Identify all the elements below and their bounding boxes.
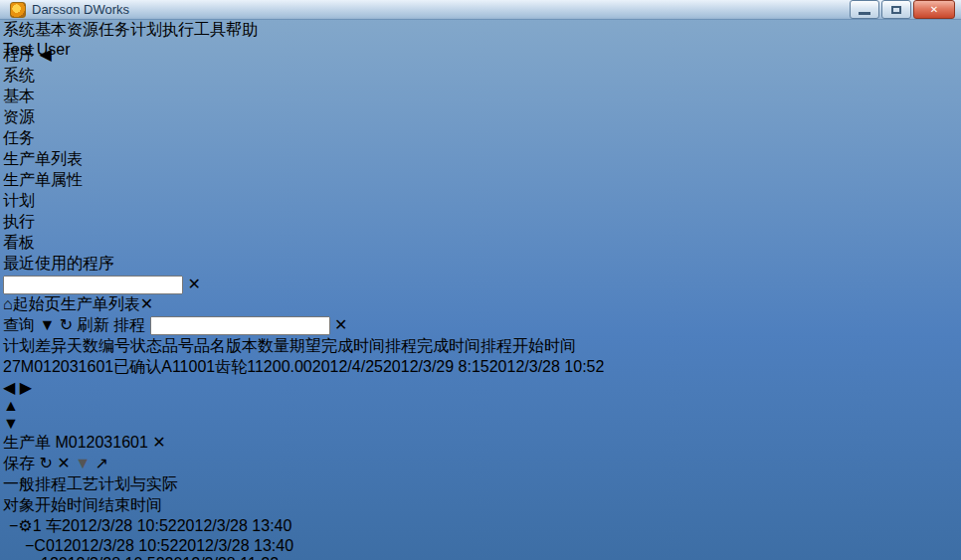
sidebar-item-看板[interactable]: 看板 (3, 233, 954, 254)
table-row[interactable]: 27M012031601已确认A11001齿轮11200.002012/4/25… (3, 357, 954, 378)
sidebar-item-生产单列表[interactable]: 生产单列表 (3, 149, 954, 170)
sidebar-collapse-button[interactable]: ◀ (39, 46, 51, 63)
cell-end-time: 2012/3/28 13:40 (178, 537, 293, 554)
tab-起始页[interactable]: ⌂起始页 (3, 294, 61, 315)
order-doc-tab-label: 生产单 M012031601 (3, 434, 148, 451)
table-row[interactable]: 12012/3/28 10:522012/3/28 11:22 (3, 555, 954, 560)
sidebar-search-clear-icon[interactable]: ✕ (187, 276, 200, 292)
sidebar-item-生产单属性[interactable]: 生产单属性 (3, 170, 954, 191)
grid-vscrollbar[interactable]: ▲ ▼ (3, 397, 19, 433)
save-button[interactable]: 保存 (3, 455, 39, 471)
tab-label: 起始页 (13, 295, 61, 312)
grid-hscrollbar[interactable]: ◀ ▶ (3, 378, 954, 397)
close-icon[interactable]: ✕ (152, 434, 165, 451)
scroll-up-icon[interactable]: ▲ (3, 397, 19, 414)
column-header-编号[interactable]: 编号 (98, 337, 130, 354)
cell-状态[interactable]: 已确认 (113, 358, 161, 375)
sidebar-item-资源[interactable]: 资源 (3, 107, 954, 128)
sidebar-item-label: 看板 (3, 234, 35, 251)
open-new-window-icon[interactable]: ↗ (95, 455, 107, 471)
menu-item-工具[interactable]: 工具 (194, 20, 226, 41)
cell-start-time: 2012/3/28 10:52 (50, 555, 165, 560)
filter-input[interactable] (150, 316, 330, 335)
menu-item-帮助[interactable]: 帮助 (226, 20, 258, 41)
tree-collapse-icon[interactable]: − (25, 537, 34, 554)
validate-button[interactable]: ✕ ▼ (57, 455, 95, 471)
scroll-down-icon[interactable]: ▼ (3, 415, 19, 432)
scroll-left-icon[interactable]: ◀ (3, 379, 15, 396)
sidebar-item-label: 生产单属性 (3, 171, 83, 188)
sidebar-item-label: 执行 (3, 213, 35, 230)
menu-item-系统[interactable]: 系统 (3, 20, 35, 41)
tree-collapse-icon[interactable]: − (9, 517, 18, 534)
tab-计划与实际[interactable]: 计划与实际 (98, 475, 178, 492)
column-header-开始时间[interactable]: 开始时间 (35, 496, 98, 513)
table-row[interactable]: −C012012/3/28 10:522012/3/28 13:40 (3, 537, 954, 555)
sidebar-item-任务[interactable]: 任务 (3, 128, 954, 149)
minimize-button[interactable] (850, 0, 879, 19)
column-header-期望完成时间[interactable]: 期望完成时间 (289, 337, 385, 354)
home-icon: ⌂ (3, 295, 13, 312)
tab-排程[interactable]: 排程 (35, 475, 67, 492)
cell-计划差异天数[interactable]: 27 (3, 358, 21, 375)
sidebar-search-input[interactable] (3, 276, 183, 294)
cell-排程完成时间[interactable]: 2012/3/29 8:15 (383, 358, 489, 375)
chevron-down-icon: ▼ (39, 316, 55, 333)
cell-排程开始时间[interactable]: 2012/3/28 10:52 (489, 358, 605, 375)
cell-object[interactable]: −⚙1 车 (3, 517, 62, 534)
column-header-对象[interactable]: 对象 (3, 496, 35, 513)
detail-refresh-button[interactable]: ↻ (39, 455, 52, 471)
menu-item-计划[interactable]: 计划 (130, 20, 162, 41)
cell-object[interactable]: −C01 (3, 537, 64, 554)
cell-object[interactable]: 1 (3, 555, 50, 560)
tab-生产单列表[interactable]: 生产单列表✕ (61, 294, 153, 315)
close-button[interactable]: ✕ (913, 0, 955, 19)
column-header-状态[interactable]: 状态 (130, 337, 162, 354)
filter-clear-icon[interactable]: ✕ (334, 316, 347, 333)
cell-编号[interactable]: M012031601 (21, 358, 113, 375)
sidebar-item-计划[interactable]: 计划 (3, 191, 954, 212)
order-doc-tab[interactable]: 生产单 M012031601 ✕ (3, 434, 166, 451)
column-header-品名[interactable]: 品名 (194, 337, 226, 354)
menu-item-任务[interactable]: 任务 (98, 20, 130, 41)
maximize-button[interactable] (881, 0, 911, 19)
close-icon[interactable]: ✕ (140, 295, 153, 312)
column-header-排程开始时间[interactable]: 排程开始时间 (480, 337, 576, 354)
menu-item-执行[interactable]: 执行 (162, 20, 194, 41)
refresh-button[interactable]: ↻ 刷新 (60, 316, 113, 333)
sidebar-item-执行[interactable]: 执行 (3, 212, 954, 233)
column-header-结束时间[interactable]: 结束时间 (98, 496, 162, 513)
scroll-right-icon[interactable]: ▶ (20, 379, 32, 396)
menu-item-资源[interactable]: 资源 (67, 20, 98, 41)
cell-期望完成时间[interactable]: 2012/4/25 (312, 358, 383, 375)
main-toolbar: 查询 ▼ ↻ 刷新 排程 ✕ (3, 315, 954, 336)
tab-一般[interactable]: 一般 (3, 475, 35, 492)
title-bar[interactable]: Darsson DWorks ✕ (0, 0, 961, 20)
cell-start-time: 2012/3/28 10:52 (64, 537, 179, 554)
column-header-数量[interactable]: 数量 (258, 337, 289, 354)
table-row[interactable]: −⚙1 车2012/3/28 10:522012/3/28 13:40 (3, 516, 954, 537)
cell-版本[interactable]: 1 (256, 358, 264, 375)
sidebar-item-系统[interactable]: 系统 (3, 66, 954, 87)
sidebar-item-基本[interactable]: 基本 (3, 87, 954, 107)
schedule-table-pane: 对象开始时间结束时间 −⚙1 车2012/3/28 10:522012/3/28… (3, 495, 954, 560)
column-header-计划差异天数[interactable]: 计划差异天数 (3, 337, 98, 354)
refresh-icon: ↻ (39, 455, 52, 471)
sidebar-item-最近使用的程序[interactable]: 最近使用的程序 (3, 254, 954, 275)
cell-品名[interactable]: 齿轮1 (215, 358, 255, 375)
cell-数量[interactable]: 200.00 (264, 358, 312, 375)
query-button[interactable]: 查询 ▼ (3, 316, 60, 333)
app-logo-icon (10, 2, 26, 18)
schedule-button[interactable]: 排程 (113, 316, 149, 333)
gear-icon: ⚙ (18, 517, 32, 534)
cell-品号[interactable]: A11001 (161, 358, 215, 375)
menu-item-基本[interactable]: 基本 (35, 20, 67, 41)
tab-strip: ⌂起始页生产单列表✕ (3, 294, 954, 315)
column-header-排程完成时间[interactable]: 排程完成时间 (385, 337, 480, 354)
column-header-版本[interactable]: 版本 (226, 337, 258, 354)
sidebar-item-label: 任务 (3, 129, 35, 146)
tab-工艺[interactable]: 工艺 (67, 475, 98, 492)
object-label: C01 (34, 537, 63, 554)
app-window: Darsson DWorks ✕ 系统基本资源任务计划执行工具帮助 Test U… (0, 0, 961, 560)
column-header-品号[interactable]: 品号 (162, 337, 194, 354)
